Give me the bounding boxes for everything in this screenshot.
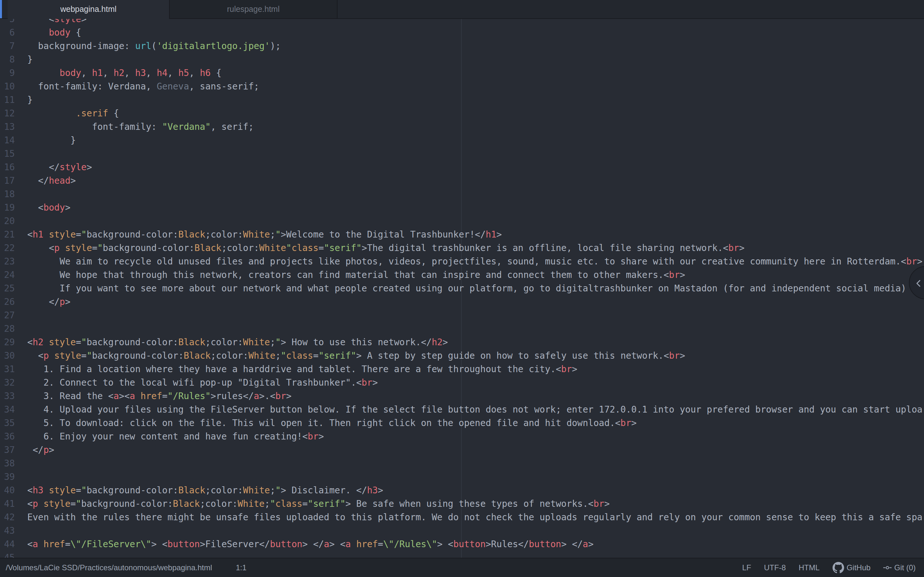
line-number[interactable]: 32 xyxy=(0,376,15,390)
code-token: > < xyxy=(329,539,345,550)
code-token: a xyxy=(324,539,330,550)
code-token: "serif" xyxy=(308,498,346,509)
code-token: h6 xyxy=(200,68,211,78)
code-line: 34 4. Upload your files using the FileSe… xyxy=(0,403,924,416)
code-token: >rules</ xyxy=(211,391,254,401)
line-number[interactable]: 22 xyxy=(0,242,15,255)
code-text: 5. To download: click on the file. This … xyxy=(27,416,636,430)
line-number[interactable]: 41 xyxy=(0,497,15,511)
code-token: </ xyxy=(27,162,60,172)
line-number[interactable]: 17 xyxy=(0,174,15,187)
cursor-position[interactable]: 1:1 xyxy=(236,558,246,577)
code-token: > xyxy=(631,418,636,428)
line-number[interactable]: 38 xyxy=(0,457,15,470)
code-token: , xyxy=(168,68,178,78)
line-number[interactable]: 43 xyxy=(0,524,15,538)
code-token: " xyxy=(281,350,286,361)
line-number[interactable]: 23 xyxy=(0,255,15,268)
line-number[interactable]: 44 xyxy=(0,538,15,551)
line-number[interactable]: 13 xyxy=(0,120,15,134)
line-number[interactable]: 11 xyxy=(0,93,15,107)
code-token: < xyxy=(27,202,43,213)
code-token: br xyxy=(669,269,680,280)
line-number[interactable]: 8 xyxy=(0,53,15,66)
code-text: } xyxy=(27,134,76,147)
code-token: > xyxy=(680,350,685,361)
line-number[interactable]: 30 xyxy=(0,349,15,363)
code-token: > xyxy=(443,337,448,348)
code-token: > xyxy=(373,377,378,388)
line-number[interactable]: 7 xyxy=(0,39,15,53)
line-number[interactable]: 24 xyxy=(0,268,15,282)
line-number[interactable]: 9 xyxy=(0,66,15,80)
line-number[interactable]: 10 xyxy=(0,80,15,93)
line-number[interactable]: 6 xyxy=(0,26,15,39)
line-number[interactable]: 40 xyxy=(0,484,15,497)
code-token: = xyxy=(70,498,76,509)
code-token: Black xyxy=(178,485,205,496)
line-number[interactable]: 33 xyxy=(0,390,15,403)
code-token: < xyxy=(27,243,54,253)
code-token: { xyxy=(70,27,81,38)
code-token: style xyxy=(65,243,92,253)
line-number[interactable]: 14 xyxy=(0,134,15,147)
line-ending-indicator[interactable]: LF xyxy=(742,563,751,572)
code-line: 25 If you want to see more about our net… xyxy=(0,282,924,295)
line-number[interactable]: 18 xyxy=(0,187,15,201)
line-number[interactable]: 20 xyxy=(0,214,15,228)
code-text: We hope that through this network, creat… xyxy=(27,268,685,282)
code-token: style xyxy=(49,229,76,240)
line-number[interactable]: 31 xyxy=(0,363,15,376)
line-number[interactable]: 27 xyxy=(0,309,15,322)
code-line: 12 .serif { xyxy=(0,107,924,120)
line-number[interactable]: 35 xyxy=(0,416,15,430)
code-token: </ xyxy=(27,175,49,186)
editor-pane[interactable]: 5 <style>6 body {7 background-image: url… xyxy=(0,19,924,558)
line-number[interactable]: 5 xyxy=(0,19,15,26)
line-number[interactable]: 12 xyxy=(0,107,15,120)
line-number[interactable]: 37 xyxy=(0,443,15,457)
code-token: " xyxy=(81,485,87,496)
code-token xyxy=(43,485,49,496)
code-token: White xyxy=(243,485,270,496)
code-token: style xyxy=(54,350,81,361)
code-line: 13 font-family: "Verdana", serif; xyxy=(0,120,924,134)
code-text: } xyxy=(27,93,33,107)
line-number[interactable]: 26 xyxy=(0,295,15,309)
grammar-indicator[interactable]: HTML xyxy=(798,563,819,572)
code-token: h1 xyxy=(33,229,44,240)
code-line: 41<p style="background-color:Black;color… xyxy=(0,497,924,511)
code-token: ; xyxy=(275,350,281,361)
code-line: 7 background-image: url('digitalartlogo.… xyxy=(0,39,924,53)
code-token xyxy=(38,539,44,550)
code-token: > xyxy=(65,297,71,307)
code-token: "/Rules" xyxy=(168,391,210,401)
tab-webpagina[interactable]: webpagina.html xyxy=(8,0,169,19)
line-number[interactable]: 42 xyxy=(0,511,15,524)
code-token: >Welcome to the Digital Trashbunker!</ xyxy=(281,229,486,240)
line-number[interactable]: 29 xyxy=(0,335,15,349)
encoding-indicator[interactable]: UTF-8 xyxy=(764,563,786,572)
code-token: >The digital trashbunker is an offline, … xyxy=(362,243,728,253)
tab-rulespage[interactable]: rulespage.html xyxy=(169,0,338,18)
line-number[interactable]: 36 xyxy=(0,430,15,443)
github-status-item[interactable]: GitHub xyxy=(833,562,871,574)
code-text: font-family: "Verdana", serif; xyxy=(27,120,254,134)
line-number[interactable]: 28 xyxy=(0,322,15,335)
line-number[interactable]: 34 xyxy=(0,403,15,416)
line-number[interactable]: 39 xyxy=(0,470,15,484)
line-number[interactable]: 45 xyxy=(0,551,15,558)
line-number[interactable]: 15 xyxy=(0,147,15,161)
line-number[interactable]: 19 xyxy=(0,201,15,214)
code-token: .serif xyxy=(76,108,108,119)
line-number[interactable]: 25 xyxy=(0,282,15,295)
code-token: > xyxy=(70,175,76,186)
code-token: } xyxy=(27,135,76,145)
git-status-item[interactable]: Git (0) xyxy=(883,563,916,572)
code-token: > xyxy=(318,431,324,442)
code-token: p xyxy=(43,350,49,361)
line-number[interactable]: 16 xyxy=(0,161,15,174)
code-token: "Verdana" xyxy=(162,121,210,132)
line-number[interactable]: 21 xyxy=(0,228,15,242)
code-text: We aim to recycle old unused files and p… xyxy=(27,255,922,268)
